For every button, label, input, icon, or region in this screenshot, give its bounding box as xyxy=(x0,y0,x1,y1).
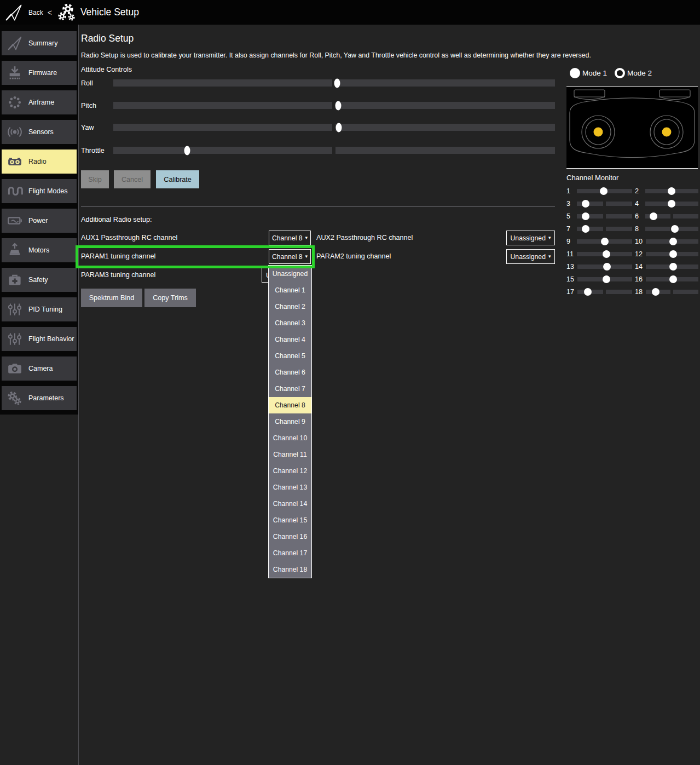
radio-icon xyxy=(7,153,23,170)
dropdown-option-channel-7[interactable]: Channel 7 xyxy=(269,381,311,397)
yaw-slider[interactable] xyxy=(113,124,555,131)
dropdown-option-channel-17[interactable]: Channel 17 xyxy=(269,545,311,561)
slider-handle[interactable] xyxy=(334,78,340,88)
channel-value-dot xyxy=(603,275,610,283)
dropdown-option-channel-13[interactable]: Channel 13 xyxy=(269,479,311,496)
channel-number: 4 xyxy=(635,200,642,208)
dropdown-option-channel-15[interactable]: Channel 15 xyxy=(269,512,311,528)
sidebar-item-radio[interactable]: Radio xyxy=(2,149,77,174)
dropdown-option-unassigned[interactable]: Unassigned xyxy=(269,266,311,282)
pitch-slider[interactable] xyxy=(113,102,555,109)
param1-channel-dropdown[interactable]: Channel 8 ▾ xyxy=(269,249,311,264)
copy-trims-button[interactable]: Copy Trims xyxy=(144,289,196,307)
calibrate-button[interactable]: Calibrate xyxy=(156,170,199,188)
tuning-sliders-icon xyxy=(7,301,23,318)
dropdown-option-channel-11[interactable]: Channel 11 xyxy=(269,446,311,463)
channel-bar xyxy=(646,277,698,281)
slider-handle[interactable] xyxy=(335,101,341,110)
sidebar-item-flight-behavior[interactable]: Flight Behavior xyxy=(2,327,77,351)
dropdown-option-channel-12[interactable]: Channel 12 xyxy=(269,463,311,479)
dropdown-option-channel-1[interactable]: Channel 1 xyxy=(269,282,311,298)
spektrum-bind-button[interactable]: Spektrum Bind xyxy=(81,289,142,307)
sidebar-divider xyxy=(78,25,79,765)
mode1-radio[interactable]: Mode 1 xyxy=(570,68,607,78)
aux1-channel-dropdown[interactable]: Channel 8 ▾ xyxy=(269,231,311,245)
slider-row-yaw: Yaw xyxy=(81,123,555,132)
camera-icon xyxy=(7,360,23,377)
channel-bar xyxy=(645,214,698,218)
mode2-label: Mode 2 xyxy=(627,69,652,77)
radio-button-icon[interactable] xyxy=(570,68,580,78)
channel-monitor-row-17: 17 xyxy=(566,285,632,298)
sidebar-item-airframe[interactable]: Airframe xyxy=(2,90,77,114)
throttle-slider[interactable] xyxy=(113,147,555,154)
channel-monitor-row-18: 18 xyxy=(635,285,698,298)
channel-number: 7 xyxy=(566,225,574,233)
channel-value-dot xyxy=(600,187,608,195)
channel-number: 3 xyxy=(566,200,574,208)
slider-handle[interactable] xyxy=(184,146,190,155)
sidebar-item-label: Parameters xyxy=(28,394,64,402)
channel-number: 14 xyxy=(635,263,643,271)
sidebar-item-parameters[interactable]: Parameters xyxy=(2,386,77,410)
channel-value-dot xyxy=(650,212,657,220)
aux2-channel-dropdown[interactable]: Unassigned ▾ xyxy=(506,231,555,245)
channel-number: 17 xyxy=(566,288,574,296)
sidebar-item-camera[interactable]: Camera xyxy=(2,356,77,381)
skip-button[interactable]: Skip xyxy=(81,170,109,188)
channel-bar xyxy=(577,239,632,244)
sidebar-item-power[interactable]: Power xyxy=(2,209,77,233)
aux2-passthrough-label: AUX2 Passthrough RC channel xyxy=(316,234,413,241)
dropdown-option-channel-2[interactable]: Channel 2 xyxy=(269,298,311,315)
slider-handle[interactable] xyxy=(336,123,342,132)
toolbar: Back < Vehicle Setup xyxy=(0,0,700,25)
dropdown-option-channel-4[interactable]: Channel 4 xyxy=(269,331,311,348)
sidebar-item-firmware[interactable]: Firmware xyxy=(2,61,77,85)
sidebar-item-label: Flight Behavior xyxy=(28,335,74,343)
channel-bar xyxy=(577,214,632,218)
chevron-down-icon: ▾ xyxy=(548,254,551,259)
channel-number: 1 xyxy=(566,187,574,195)
sidebar-item-safety[interactable]: Safety xyxy=(2,268,77,292)
channel-value-dot xyxy=(669,263,677,271)
dropdown-option-channel-18[interactable]: Channel 18 xyxy=(269,561,311,578)
channel-monitor-row-5: 5 xyxy=(566,210,632,222)
sidebar-item-label: Motors xyxy=(28,246,49,254)
channel-value-dot xyxy=(669,275,677,283)
dropdown-option-channel-5[interactable]: Channel 5 xyxy=(269,348,311,364)
sidebar-item-label: PID Tuning xyxy=(28,306,62,313)
channel-value-dot xyxy=(669,238,677,245)
param1-tuning-label: PARAM1 tuning channel xyxy=(81,252,155,260)
mode2-radio[interactable]: Mode 2 xyxy=(615,68,652,78)
dropdown-option-channel-6[interactable]: Channel 6 xyxy=(269,364,311,381)
slider-label: Throttle xyxy=(81,147,113,154)
channel-number: 11 xyxy=(566,250,574,258)
dropdown-option-channel-9[interactable]: Channel 9 xyxy=(269,413,311,430)
sidebar-item-label: Airframe xyxy=(28,99,54,106)
sidebar-item-motors[interactable]: Motors xyxy=(2,238,77,262)
back-button[interactable]: Back xyxy=(28,9,43,16)
sidebar-item-summary[interactable]: Summary xyxy=(2,31,77,55)
param2-channel-dropdown[interactable]: Unassigned ▾ xyxy=(506,249,555,264)
sidebar-item-flight-modes[interactable]: Flight Modes xyxy=(2,179,77,203)
dropdown-option-channel-8[interactable]: Channel 8 xyxy=(269,397,311,413)
channel-monitor-row-12: 12 xyxy=(635,248,698,260)
sidebar-item-label: Safety xyxy=(28,276,48,284)
page-title: Vehicle Setup xyxy=(80,7,139,18)
dropdown-option-channel-3[interactable]: Channel 3 xyxy=(269,315,311,331)
radio-button-selected-icon[interactable] xyxy=(615,68,625,78)
channel-bar xyxy=(645,189,698,193)
channel-bar xyxy=(577,264,632,269)
roll-slider[interactable] xyxy=(113,79,555,87)
channel-monitor-row-15: 15 xyxy=(566,273,632,285)
cancel-button[interactable]: Cancel xyxy=(114,170,151,188)
sidebar-item-pid-tuning[interactable]: PID Tuning xyxy=(2,297,77,321)
qgc-logo-icon[interactable] xyxy=(4,3,23,22)
channel-bar xyxy=(646,239,698,244)
dropdown-option-channel-14[interactable]: Channel 14 xyxy=(269,496,311,512)
dropdown-option-channel-16[interactable]: Channel 16 xyxy=(269,528,311,545)
sidebar-item-sensors[interactable]: Sensors xyxy=(2,120,77,144)
dropdown-option-channel-10[interactable]: Channel 10 xyxy=(269,430,311,446)
dropdown-value: Unassigned xyxy=(511,234,546,242)
sidebar-item-label: Camera xyxy=(28,365,53,372)
